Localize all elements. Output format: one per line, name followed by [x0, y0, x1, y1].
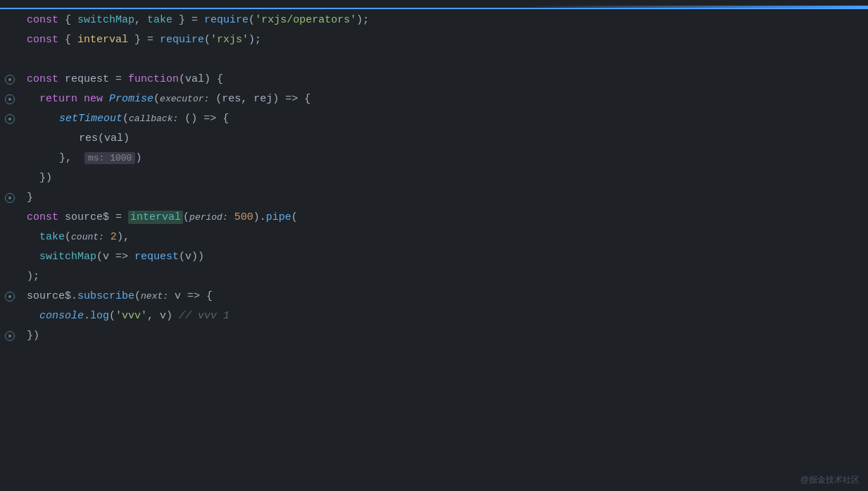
code-text-7: res(val)	[20, 130, 868, 147]
code-line-5: return new Promise(executor: (res, rej) …	[0, 89, 868, 109]
code-text-1: const { switchMap, take } = require('rxj…	[20, 12, 868, 29]
code-text-10: }	[20, 189, 868, 206]
code-line-6: setTimeout(callback: () => {	[0, 109, 868, 129]
breakpoint-17	[5, 331, 15, 341]
code-line-14: );	[0, 267, 868, 287]
gutter-4	[0, 75, 20, 85]
breakpoint-6	[5, 114, 15, 124]
gutter-5	[0, 94, 20, 104]
code-line-10: }	[0, 188, 868, 208]
code-text-12: take(count: 2),	[20, 229, 868, 246]
breakpoint-4	[5, 75, 15, 85]
code-line-8: }, ms: 1000)	[0, 149, 868, 168]
code-text-16: console.log('vvv', v) // vvv 1	[20, 308, 868, 325]
code-text-15: source$.subscribe(next: v => {	[20, 288, 868, 305]
watermark: @掘金技术社区	[800, 473, 860, 487]
code-line-13: switchMap(v => request(v))	[0, 247, 868, 267]
code-line-9: })	[0, 168, 868, 188]
code-text-3	[20, 51, 868, 68]
breakpoint-15	[5, 292, 15, 302]
code-text-17: })	[20, 328, 868, 344]
code-line-11: const source$ = interval(period: 500).pi…	[0, 208, 868, 228]
gutter-15	[0, 292, 20, 302]
gutter-6	[0, 114, 20, 124]
breakpoint-5	[5, 94, 15, 104]
code-text-9: })	[20, 170, 868, 187]
code-line-4: const request = function(val) {	[0, 70, 868, 89]
code-text-13: switchMap(v => request(v))	[20, 249, 868, 266]
code-line-1: const { switchMap, take } = require('rxj…	[0, 11, 868, 30]
code-line-15: source$.subscribe(next: v => {	[0, 287, 868, 306]
code-text-2: const { interval } = require('rxjs');	[20, 32, 868, 49]
code-editor: const { switchMap, take } = require('rxj…	[0, 0, 868, 491]
top-bar	[0, 6, 868, 9]
code-text-11: const source$ = interval(period: 500).pi…	[20, 209, 868, 226]
code-line-2: const { interval } = require('rxjs');	[0, 30, 868, 50]
code-line-16: console.log('vvv', v) // vvv 1	[0, 306, 868, 326]
code-text-8: }, ms: 1000)	[20, 150, 868, 167]
gutter-10	[0, 193, 20, 203]
code-line-7: res(val)	[0, 129, 868, 149]
gutter-17	[0, 331, 20, 341]
code-text-14: );	[20, 268, 868, 285]
code-text-5: return new Promise(executor: (res, rej) …	[20, 91, 868, 108]
code-line-12: take(count: 2),	[0, 228, 868, 247]
code-text-6: setTimeout(callback: () => {	[20, 111, 868, 128]
breakpoint-10	[5, 193, 15, 203]
code-text-4: const request = function(val) {	[20, 71, 868, 88]
code-line-17: })	[0, 326, 868, 346]
code-line-3	[0, 50, 868, 70]
